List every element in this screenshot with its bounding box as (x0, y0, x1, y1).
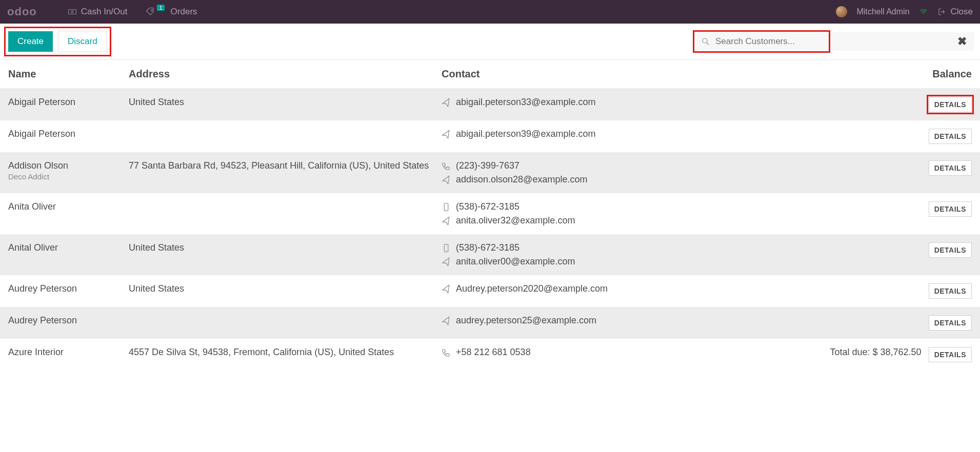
details-button[interactable]: DETAILS (929, 242, 972, 258)
customer-name-text: Abigail Peterson (8, 97, 129, 108)
details-button[interactable]: DETAILS (929, 129, 972, 144)
orders-badge: 1 (157, 5, 164, 11)
phone-line: (538)-672-3185 (442, 201, 698, 212)
close-link[interactable]: Close (937, 7, 973, 17)
customer-name: Abigail Peterson (8, 97, 129, 108)
table-row[interactable]: Audrey PetersonUnited StatesAudrey.peter… (0, 275, 980, 307)
search-icon (701, 37, 710, 46)
email-text: audrey.peterson25@example.com (456, 315, 596, 326)
balance-text: Total due: $ 38,762.50 (830, 347, 921, 358)
balance-col: DETAILS (698, 242, 972, 258)
toolbar: Create Discard ✖ (0, 24, 980, 60)
customer-name-text: Abigail Peterson (8, 129, 129, 139)
send-icon (441, 128, 452, 139)
phone-line: (223)-399-7637 (442, 160, 698, 171)
col-balance: Balance (698, 68, 972, 80)
email-line: abigail.peterson33@example.com (442, 97, 698, 108)
table-row[interactable]: Audrey Petersonaudrey.peterson25@example… (0, 307, 980, 339)
details-button[interactable]: DETAILS (929, 160, 972, 176)
balance-col: DETAILS (698, 160, 972, 176)
email-line: Audrey.peterson2020@example.com (442, 283, 698, 294)
svg-point-3 (923, 14, 924, 15)
phone-icon (442, 348, 451, 357)
cash-in-out-link[interactable]: Cash In/Out (68, 7, 128, 17)
user-name[interactable]: Mitchell Admin (856, 7, 909, 16)
customer-address: United States (129, 97, 442, 108)
balance-col: DETAILS (698, 97, 972, 112)
balance-col: DETAILS (698, 283, 972, 299)
avatar[interactable] (836, 6, 847, 17)
create-discard-group: Create Discard (6, 29, 109, 54)
email-text: addison.olson28@example.com (456, 174, 587, 185)
svg-rect-0 (68, 10, 76, 14)
customer-name-text: Anital Oliver (8, 242, 129, 253)
close-icon[interactable]: ✖ (957, 35, 967, 48)
customer-name: Anital Oliver (8, 242, 129, 253)
customer-address: 4557 De Silva St, 94538, Fremont, Califo… (129, 347, 442, 358)
send-icon (441, 256, 452, 267)
phone-text: (538)-672-3185 (456, 201, 519, 212)
search-box[interactable] (695, 32, 828, 51)
create-button[interactable]: Create (8, 31, 53, 52)
search-input[interactable] (715, 36, 822, 47)
phone-text: +58 212 681 0538 (456, 347, 531, 358)
col-name: Name (8, 68, 129, 80)
table-row[interactable]: Anital OliverUnited States(538)-672-3185… (0, 234, 980, 275)
customer-contact: +58 212 681 0538 (442, 347, 698, 358)
svg-point-1 (71, 11, 73, 13)
customer-subtitle: Deco Addict (8, 172, 129, 181)
customer-name-text: Addison Olson (8, 160, 129, 171)
email-line: addison.olson28@example.com (442, 174, 698, 185)
details-button[interactable]: DETAILS (929, 315, 972, 331)
wifi-icon (919, 7, 928, 16)
close-label: Close (951, 7, 973, 17)
customer-name-text: Azure Interior (8, 347, 129, 358)
send-icon (441, 315, 452, 326)
col-contact: Contact (442, 68, 698, 80)
email-line: audrey.peterson25@example.com (442, 315, 698, 326)
email-text: anita.oliver32@example.com (456, 215, 575, 226)
customer-name: Audrey Peterson (8, 283, 129, 294)
discard-button[interactable]: Discard (58, 31, 107, 52)
phone-line: +58 212 681 0538 (442, 347, 698, 358)
logo: odoo (7, 5, 37, 18)
customer-contact: audrey.peterson25@example.com (442, 315, 698, 326)
customer-contact: (538)-672-3185anita.oliver32@example.com (442, 201, 698, 226)
email-line: anita.oliver00@example.com (442, 256, 698, 267)
cash-icon (68, 7, 77, 16)
customer-name: Anita Oliver (8, 201, 129, 212)
customer-name: Azure Interior (8, 347, 129, 358)
top-actions: Cash In/Out 1 Orders (68, 7, 197, 17)
customer-name-text: Audrey Peterson (8, 315, 129, 326)
customer-contact: (538)-672-3185anita.oliver00@example.com (442, 242, 698, 267)
phone-icon (442, 161, 451, 171)
table-header: Name Address Contact Balance (0, 60, 980, 89)
customer-contact: Audrey.peterson2020@example.com (442, 283, 698, 294)
phone-text: (223)-399-7637 (456, 160, 519, 171)
table-row[interactable]: Azure Interior4557 De Silva St, 94538, F… (0, 339, 980, 371)
balance-col: Total due: $ 38,762.50DETAILS (698, 347, 972, 362)
orders-link[interactable]: 1 Orders (146, 7, 197, 17)
send-icon (441, 96, 452, 108)
details-button[interactable]: DETAILS (929, 201, 972, 217)
email-line: anita.oliver32@example.com (442, 215, 698, 226)
table-row[interactable]: Anita Oliver(538)-672-3185anita.oliver32… (0, 193, 980, 234)
table-row[interactable]: Addison OlsonDeco Addict77 Santa Barbara… (0, 152, 980, 193)
send-icon (441, 283, 452, 294)
topbar: odoo Cash In/Out 1 Orders Mitchell Admin… (0, 0, 980, 24)
customer-contact: abigail.peterson39@example.com (442, 129, 698, 139)
balance-col: DETAILS (698, 129, 972, 144)
email-text: abigail.peterson39@example.com (456, 129, 595, 139)
mobile-icon (442, 243, 451, 253)
table-row[interactable]: Abigail Petersonabigail.peterson39@examp… (0, 120, 980, 152)
details-button[interactable]: DETAILS (929, 97, 972, 112)
phone-line: (538)-672-3185 (442, 242, 698, 253)
details-button[interactable]: DETAILS (929, 283, 972, 299)
email-text: anita.oliver00@example.com (456, 256, 575, 267)
signout-icon (937, 7, 947, 16)
mobile-icon (442, 202, 451, 212)
svg-point-4 (703, 38, 707, 43)
table-row[interactable]: Abigail PetersonUnited Statesabigail.pet… (0, 89, 980, 120)
balance-col: DETAILS (698, 315, 972, 331)
details-button[interactable]: DETAILS (929, 347, 972, 362)
